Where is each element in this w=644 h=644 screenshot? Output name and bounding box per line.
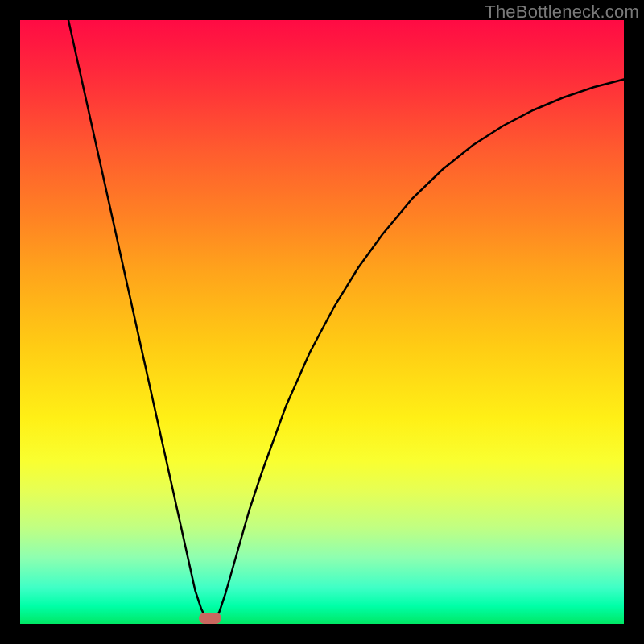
chart-svg (20, 20, 624, 624)
min-marker (199, 613, 221, 624)
watermark-text: TheBottleneck.com (485, 2, 639, 23)
chart-frame: TheBottleneck.com (0, 0, 644, 644)
curve-line (68, 20, 624, 621)
